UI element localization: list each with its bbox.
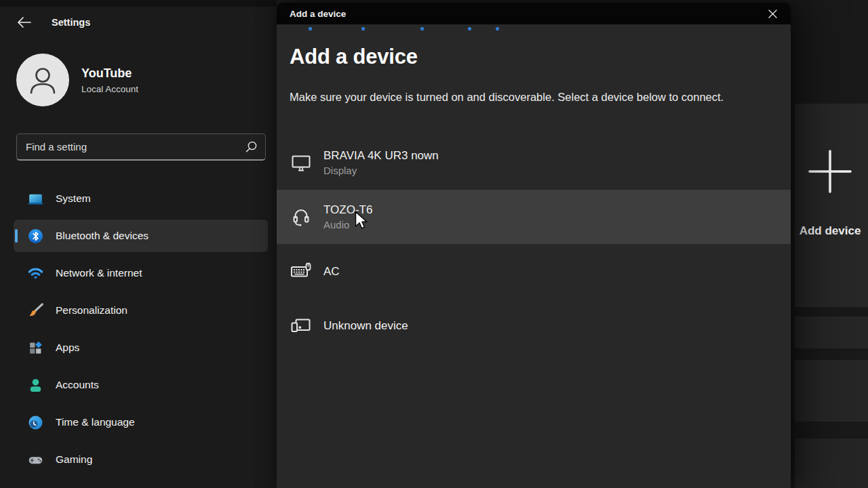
accounts-icon xyxy=(26,376,44,394)
back-button[interactable] xyxy=(16,15,31,30)
personalization-icon xyxy=(26,302,44,319)
sidebar-item-accounts[interactable]: Accounts xyxy=(14,369,268,401)
headset-icon xyxy=(290,205,313,228)
system-icon xyxy=(26,190,44,207)
selected-indicator xyxy=(15,229,18,243)
sidebar-item-apps[interactable]: Apps xyxy=(14,331,268,364)
window-titlebar: Settings xyxy=(16,15,90,30)
time-language-icon xyxy=(26,413,44,431)
sidebar-item-label: Apps xyxy=(56,342,79,354)
sidebar-item-label: Personalization xyxy=(56,304,127,317)
device-name: Unknown device xyxy=(323,318,408,333)
search-icon[interactable] xyxy=(243,140,258,155)
dialog-titlebar: Add a device xyxy=(277,3,791,24)
network-icon xyxy=(26,264,44,282)
sidebar-item-personalization[interactable]: Personalization xyxy=(14,294,268,327)
device-list: BRAVIA 4K UR3 nown Display TOZO-T6 xyxy=(277,136,791,352)
keyboard-icon xyxy=(290,260,313,283)
sidebar-item-gaming[interactable]: Gaming xyxy=(14,443,268,476)
progress-dot xyxy=(361,27,365,30)
search-box[interactable] xyxy=(16,134,266,161)
search-input[interactable] xyxy=(26,141,243,152)
sidebar-item-network-internet[interactable]: Network & internet xyxy=(14,257,268,289)
sidebar-item-system[interactable]: System xyxy=(14,182,268,215)
background-row xyxy=(795,439,868,488)
bluetooth-icon xyxy=(26,227,44,245)
progress-dot xyxy=(496,27,499,30)
device-type: Display xyxy=(323,163,439,178)
progress-dot xyxy=(468,27,471,30)
sidebar-item-label: Bluetooth & devices xyxy=(56,230,149,242)
mouse-cursor xyxy=(355,211,368,230)
sidebar-item-label: System xyxy=(56,192,91,205)
account-section[interactable]: YouTube Local Account xyxy=(16,54,138,106)
background-row xyxy=(795,317,868,348)
settings-sidebar: Settings YouTube Local Account xyxy=(0,0,277,488)
device-row-bravia[interactable]: BRAVIA 4K UR3 nown Display xyxy=(277,136,791,190)
device-row-unknown[interactable]: Unknown device xyxy=(277,298,791,352)
device-name: BRAVIA 4K UR3 nown xyxy=(323,148,439,163)
close-button[interactable] xyxy=(761,5,784,22)
dialog-heading: Add a device xyxy=(290,45,418,69)
bluetooth-page-background: Add device xyxy=(791,0,868,488)
account-subtitle: Local Account xyxy=(81,84,138,94)
account-name: YouTube xyxy=(81,66,138,81)
person-icon xyxy=(27,64,58,96)
close-icon xyxy=(768,9,777,18)
add-device-card[interactable]: Add device xyxy=(795,104,868,307)
monitor-icon xyxy=(290,151,313,174)
sidebar-item-bluetooth-devices[interactable]: Bluetooth & devices xyxy=(14,220,268,252)
devices-icon xyxy=(290,314,313,337)
device-name: AC xyxy=(323,264,340,279)
dialog-description: Make sure your device is turned on and d… xyxy=(290,88,752,106)
progress-dot xyxy=(309,27,312,30)
plus-icon xyxy=(795,150,865,193)
sidebar-nav: System Bluetooth & devices xyxy=(14,182,268,481)
device-row-ac[interactable]: AC xyxy=(277,244,791,298)
avatar xyxy=(16,54,69,106)
sidebar-item-label: Network & internet xyxy=(56,267,142,279)
add-device-dialog: Add a device Add a device Make sure your… xyxy=(277,3,791,488)
sidebar-item-label: Time & language xyxy=(56,416,135,428)
progress-dot xyxy=(420,27,424,30)
sidebar-item-label: Gaming xyxy=(56,453,92,466)
settings-window: Settings YouTube Local Account xyxy=(0,0,868,488)
device-row-tozo-t6[interactable]: TOZO-T6 Audio xyxy=(277,190,791,244)
gaming-icon xyxy=(26,451,44,468)
back-arrow-icon xyxy=(17,16,31,28)
dialog-title: Add a device xyxy=(290,9,346,19)
sidebar-item-label: Accounts xyxy=(56,379,99,391)
apps-icon xyxy=(26,339,44,357)
window-title: Settings xyxy=(52,17,90,28)
background-row xyxy=(795,360,868,422)
progress-dots xyxy=(277,27,791,31)
sidebar-item-time-language[interactable]: Time & language xyxy=(14,406,268,439)
